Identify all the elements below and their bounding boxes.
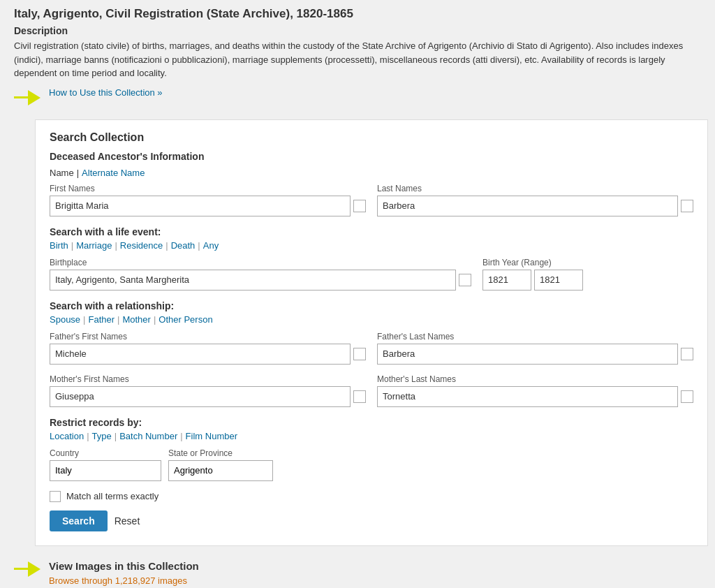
birth-year-from-input[interactable] bbox=[482, 270, 531, 291]
description-text: Civil registration (stato civile) of bir… bbox=[14, 39, 701, 80]
button-row: Search Reset bbox=[50, 510, 693, 531]
birth-year-label: Birth Year (Range) bbox=[482, 258, 693, 267]
restrict-location[interactable]: Location bbox=[50, 431, 84, 441]
relationship-heading: Search with a relationship: bbox=[50, 300, 693, 311]
birthplace-row: Birthplace Birth Year (Range) bbox=[50, 258, 693, 291]
first-names-input[interactable] bbox=[50, 196, 351, 216]
last-names-checkbox[interactable] bbox=[681, 200, 693, 212]
mother-last-wrapper bbox=[377, 386, 693, 407]
how-to-link[interactable]: How to Use this Collection » bbox=[49, 87, 163, 98]
father-first-group: Father's First Names bbox=[50, 332, 366, 365]
state-input[interactable] bbox=[168, 460, 273, 481]
mother-first-input[interactable] bbox=[50, 386, 351, 407]
pipe-4: | bbox=[165, 240, 168, 251]
view-images-title: View Images in this Collection bbox=[49, 560, 199, 572]
birthplace-group: Birthplace bbox=[50, 258, 471, 291]
first-names-field-wrapper bbox=[50, 196, 366, 216]
life-event-birth[interactable]: Birth bbox=[50, 240, 68, 251]
view-images-wrapper: View Images in this Collection Browse th… bbox=[14, 560, 701, 586]
birthplace-input[interactable] bbox=[50, 270, 456, 291]
father-first-input[interactable] bbox=[50, 344, 351, 365]
name-tab-row: Name | Alternate Name bbox=[50, 168, 693, 178]
pipe-9: | bbox=[87, 431, 89, 441]
restrict-heading: Restrict records by: bbox=[50, 417, 693, 428]
restrict-section: Restrict records by: Location | Type | B… bbox=[50, 417, 693, 481]
page-wrapper: Italy, Agrigento, Civil Registration (St… bbox=[0, 0, 715, 588]
restrict-links-row: Location | Type | Batch Number | Film Nu… bbox=[50, 431, 693, 441]
life-event-marriage[interactable]: Marriage bbox=[76, 240, 112, 251]
mother-field-row: Mother's First Names Mother's Last Names bbox=[50, 374, 693, 407]
life-event-residence[interactable]: Residence bbox=[120, 240, 163, 251]
how-to-wrapper: How to Use this Collection » bbox=[14, 87, 701, 105]
pipe-7: | bbox=[117, 314, 119, 325]
reset-button[interactable]: Reset bbox=[115, 515, 140, 527]
rel-other-person[interactable]: Other Person bbox=[159, 314, 212, 325]
restrict-film-number[interactable]: Film Number bbox=[186, 431, 237, 441]
pipe-1: | bbox=[77, 168, 79, 178]
mother-first-label: Mother's First Names bbox=[50, 374, 366, 384]
country-label: Country bbox=[50, 448, 161, 458]
father-last-checkbox[interactable] bbox=[681, 348, 693, 360]
father-last-label: Father's Last Names bbox=[377, 332, 693, 341]
search-button[interactable]: Search bbox=[50, 510, 108, 531]
birthyear-group: Birth Year (Range) bbox=[482, 258, 693, 291]
pipe-8: | bbox=[154, 314, 156, 325]
pipe-2: | bbox=[71, 240, 73, 251]
first-names-checkbox[interactable] bbox=[353, 200, 366, 212]
arrow-col-1 bbox=[14, 87, 49, 105]
life-event-heading: Search with a life event: bbox=[50, 226, 693, 237]
yellow-arrow-2 bbox=[14, 561, 40, 577]
first-names-group: First Names bbox=[50, 184, 366, 216]
last-names-field-wrapper bbox=[377, 196, 693, 216]
match-checkbox[interactable] bbox=[50, 491, 61, 502]
last-names-label: Last Names bbox=[377, 184, 693, 193]
arrow-line-1 bbox=[14, 96, 28, 98]
birth-year-to-input[interactable] bbox=[534, 270, 583, 291]
arrow-col-3 bbox=[14, 560, 49, 577]
birthplace-label: Birthplace bbox=[50, 258, 471, 267]
alternate-name-link[interactable]: Alternate Name bbox=[82, 168, 145, 178]
name-tab-label: Name bbox=[50, 168, 74, 178]
father-last-group: Father's Last Names bbox=[377, 332, 693, 365]
view-images-content: View Images in this Collection Browse th… bbox=[49, 560, 199, 586]
mother-last-input[interactable] bbox=[377, 386, 678, 407]
pipe-5: | bbox=[198, 240, 200, 251]
pipe-11: | bbox=[180, 431, 182, 441]
arrow-line-2 bbox=[14, 568, 28, 570]
pipe-6: | bbox=[83, 314, 85, 325]
birthplace-field-wrapper bbox=[50, 270, 471, 291]
match-row: Match all terms exactly bbox=[50, 491, 693, 502]
ancestor-title: Deceased Ancestor's Information bbox=[50, 151, 693, 162]
first-names-label: First Names bbox=[50, 184, 366, 193]
mother-last-checkbox[interactable] bbox=[681, 390, 693, 403]
life-event-links-row: Birth | Marriage | Residence | Death | A… bbox=[50, 240, 693, 251]
rel-spouse[interactable]: Spouse bbox=[50, 314, 80, 325]
description-section: Italy, Agrigento, Civil Registration (St… bbox=[0, 0, 715, 119]
arrow-head-1 bbox=[28, 90, 40, 105]
rel-mother[interactable]: Mother bbox=[122, 314, 150, 325]
last-names-group: Last Names bbox=[377, 184, 693, 216]
father-last-wrapper bbox=[377, 344, 693, 365]
mother-last-group: Mother's Last Names bbox=[377, 374, 693, 407]
father-first-checkbox[interactable] bbox=[353, 348, 366, 360]
mother-last-label: Mother's Last Names bbox=[377, 374, 693, 384]
restrict-type[interactable]: Type bbox=[92, 431, 112, 441]
browse-images-link[interactable]: Browse through 1,218,927 images bbox=[49, 575, 187, 586]
search-section-title: Search Collection bbox=[50, 131, 693, 144]
life-event-death[interactable]: Death bbox=[171, 240, 196, 251]
last-names-input[interactable] bbox=[377, 196, 678, 216]
rel-father[interactable]: Father bbox=[88, 314, 115, 325]
match-label: Match all terms exactly bbox=[66, 491, 159, 501]
birthplace-checkbox[interactable] bbox=[459, 274, 471, 286]
father-last-input[interactable] bbox=[377, 344, 678, 365]
country-input[interactable] bbox=[50, 460, 161, 481]
state-group: State or Province bbox=[168, 448, 273, 481]
name-field-row: First Names Last Names bbox=[50, 184, 693, 216]
country-state-row: Country State or Province bbox=[50, 448, 693, 481]
mother-first-wrapper bbox=[50, 386, 366, 407]
state-label: State or Province bbox=[168, 448, 273, 458]
yellow-arrow-1 bbox=[14, 90, 40, 105]
restrict-batch-number[interactable]: Batch Number bbox=[119, 431, 177, 441]
mother-first-checkbox[interactable] bbox=[353, 390, 366, 403]
life-event-any[interactable]: Any bbox=[203, 240, 219, 251]
